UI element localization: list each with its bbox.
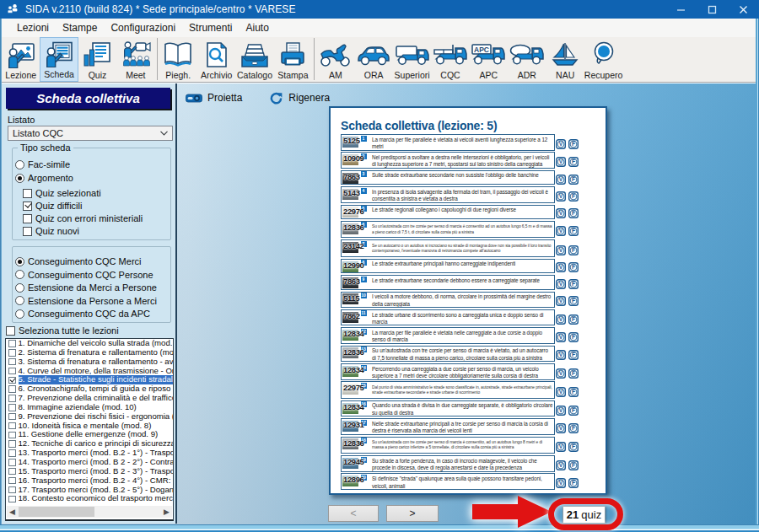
toolbar-button-lezione[interactable]: Lezione [2, 37, 40, 82]
menu-item-lezioni[interactable]: Lezioni [10, 19, 56, 36]
toolbar-button-am[interactable]: AM [316, 37, 354, 82]
false-button[interactable]: F [568, 422, 579, 432]
option-fac-simile[interactable]: Fac-simile [15, 159, 70, 169]
lesson-item[interactable]: 14. Trasporto merci (mod. B 2 - 2°) - Co… [6, 458, 173, 467]
false-button[interactable]: F [568, 173, 579, 183]
false-button[interactable]: F [568, 190, 579, 200]
true-button[interactable]: V [556, 440, 566, 450]
toolbar-button-stampa[interactable]: Stampa [274, 37, 312, 82]
maximize-button[interactable] [702, 0, 722, 19]
option-estensione-da-persone-a-merci[interactable]: Estensione da Persone a Merci [15, 296, 157, 306]
checkbox-icon[interactable] [8, 385, 16, 393]
lesson-item[interactable]: 3. Sistema di frenatura e rallentamento … [6, 357, 173, 367]
true-button[interactable]: V [556, 404, 566, 414]
checkbox-icon[interactable] [8, 358, 16, 366]
lesson-item[interactable]: 1. Dinamiche del veicolo sulla strada (m… [6, 339, 173, 348]
close-button[interactable] [733, 0, 753, 19]
true-button[interactable]: V [556, 294, 566, 304]
true-button[interactable]: V [556, 422, 566, 432]
false-button[interactable]: F [568, 404, 579, 414]
false-button[interactable]: F [568, 207, 579, 217]
true-button[interactable]: V [556, 190, 566, 200]
scroll-right-icon[interactable]: ▶ [161, 506, 172, 518]
true-button[interactable]: V [556, 367, 566, 377]
true-button[interactable]: V [556, 207, 566, 217]
option-estensione-da-merci-a-persone[interactable]: Estensione da Merci a Persone [15, 282, 157, 293]
false-button[interactable]: F [568, 137, 579, 148]
checkbox-icon[interactable] [8, 486, 16, 494]
toolbar-button-recupero[interactable]: Recupero [584, 37, 622, 82]
true-button[interactable]: V [556, 330, 566, 341]
lesson-item[interactable]: 16. Trasporto merci (mod. B.2 - 4°) - CM… [6, 476, 173, 486]
checkbox-icon[interactable] [8, 404, 16, 411]
false-button[interactable]: F [568, 261, 579, 271]
menu-item-aiuto[interactable]: Aiuto [239, 19, 275, 36]
toolbar-button-scheda[interactable]: Scheda [40, 37, 78, 82]
toolbar-button-meet[interactable]: Meet [116, 37, 154, 82]
checkbox-icon[interactable] [8, 377, 16, 384]
lesson-item[interactable]: 11. Gestione delle emergenze (mod. 9) [6, 430, 173, 439]
true-button[interactable]: V [556, 244, 566, 254]
false-button[interactable]: F [568, 330, 579, 341]
option-argomento[interactable]: Argomento [15, 173, 73, 183]
true-button[interactable]: V [556, 348, 566, 358]
lesson-item[interactable]: 13. Trasporto merci (mod. B.2 - 1°) - Tr… [6, 449, 173, 458]
checkbox-icon[interactable] [8, 496, 16, 503]
project-button[interactable]: Proietta [186, 92, 242, 104]
toolbar-button-adr[interactable]: ADR [508, 37, 546, 82]
true-button[interactable]: V [556, 459, 566, 469]
toolbar-button-quiz[interactable]: Quiz [78, 37, 116, 82]
option-quiz-selezionati[interactable]: Quiz selezionati [23, 188, 101, 198]
lesson-item[interactable]: 8. Immagine aziendale (mod. 10) [6, 403, 173, 412]
listato-dropdown[interactable]: Listato CQC [8, 126, 173, 141]
lesson-item[interactable]: 7. Prevenzione della criminalità e del t… [6, 394, 173, 403]
checkbox-icon[interactable] [8, 440, 16, 448]
checkbox-icon[interactable] [8, 368, 16, 375]
true-button[interactable]: V [556, 137, 566, 148]
lesson-item[interactable]: 15. Trasporto merci (mod. B 2 - 3°) - Tr… [6, 467, 173, 476]
checkbox-icon[interactable] [8, 477, 16, 485]
lesson-item[interactable]: 4. Curve del motore, della trasmissione … [6, 367, 173, 376]
toolbar-button-archivio[interactable]: Archivio [197, 37, 235, 82]
previous-page-button[interactable]: < [328, 505, 379, 522]
toolbar-button-superiori[interactable]: Superiori [393, 37, 431, 82]
true-button[interactable]: V [556, 277, 566, 287]
false-button[interactable]: F [568, 367, 579, 377]
toolbar-button-cqc[interactable]: CQC [431, 37, 469, 82]
next-page-button[interactable]: > [386, 505, 439, 522]
false-button[interactable]: F [568, 385, 579, 395]
menu-item-strumenti[interactable]: Strumenti [182, 19, 239, 36]
false-button[interactable]: F [568, 244, 579, 254]
toolbar-button-nau[interactable]: NAU [546, 37, 584, 82]
lesson-item[interactable]: 5. Strade - Statistiche sugli incidenti … [6, 375, 173, 384]
regenerate-button[interactable]: Rigenera [270, 92, 330, 105]
option-quiz-nuovi[interactable]: Quiz nuovi [23, 226, 79, 236]
false-button[interactable]: F [568, 294, 579, 304]
toolbar-button-catalogo[interactable]: Catalogo [235, 37, 273, 82]
scrollbar-thumb[interactable] [19, 507, 94, 517]
lesson-item[interactable]: 9. Prevenzione dei rischi fisici - ergon… [6, 412, 173, 422]
checkbox-icon[interactable] [8, 468, 16, 476]
lesson-item[interactable]: 10. Idoneità fisica e mentale (mod. 8) [6, 422, 173, 431]
false-button[interactable]: F [568, 348, 579, 358]
toolbar-button-ora[interactable]: ORA [355, 37, 393, 82]
menu-item-stampe[interactable]: Stampe [56, 19, 104, 36]
true-button[interactable]: V [556, 476, 566, 486]
checkbox-icon[interactable] [8, 349, 16, 357]
false-button[interactable]: F [568, 313, 579, 323]
option-quiz-con-errori-ministeriali[interactable]: Quiz con errori ministeriali [23, 213, 143, 223]
lesson-item[interactable]: 18. Contesto economico del trasporto mer… [6, 494, 173, 503]
option-conseguimento-cqc-persone[interactable]: Conseguimento CQC Persone [15, 270, 153, 280]
horizontal-scrollbar[interactable]: ◀ ▶ [7, 506, 172, 518]
toolbar-button-apc[interactable]: APC APC [470, 37, 508, 82]
option-conseguimento-cqc-da-apc[interactable]: Conseguimento CQC da APC [15, 309, 150, 319]
minimize-button[interactable] [670, 0, 691, 19]
checkbox-icon[interactable] [8, 340, 16, 347]
false-button[interactable]: F [568, 459, 579, 469]
scroll-left-icon[interactable]: ◀ [7, 506, 18, 518]
lesson-item[interactable]: 12. Tecniche di carico e principi di sic… [6, 439, 173, 449]
true-button[interactable]: V [556, 261, 566, 271]
menu-item-configurazioni[interactable]: Configurazioni [104, 19, 182, 36]
checkbox-icon[interactable] [8, 432, 16, 439]
false-button[interactable]: F [568, 155, 579, 165]
